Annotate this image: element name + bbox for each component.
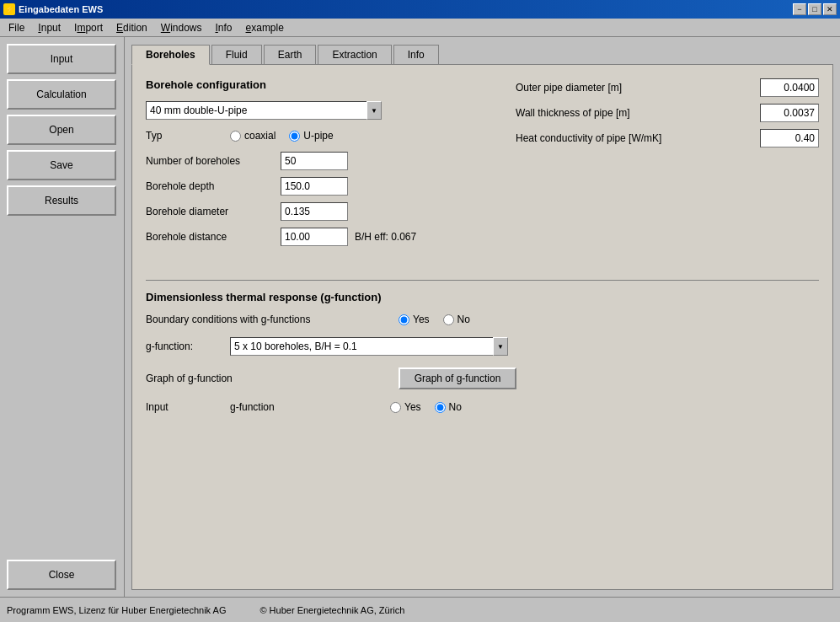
input-button[interactable]: Input bbox=[7, 44, 116, 74]
gfunc-dropdown[interactable]: 5 x 10 boreholes, B/H = 0.1 5 x 10 boreh… bbox=[230, 337, 508, 356]
tab-panel-boreholes: Borehole configuration 40 mm double-U-pi… bbox=[131, 64, 833, 590]
borehole-depth-label: Borehole depth bbox=[146, 180, 281, 192]
num-boreholes-input[interactable] bbox=[281, 152, 348, 170]
sidebar: Input Calculation Open Save Results Clos… bbox=[0, 37, 125, 597]
maximize-button[interactable]: □ bbox=[808, 3, 821, 15]
outer-pipe-diameter-input[interactable] bbox=[760, 78, 819, 97]
input-yes-text: Yes bbox=[404, 401, 421, 413]
title-buttons: − □ ✕ bbox=[793, 3, 837, 15]
menu-info[interactable]: Info bbox=[208, 20, 238, 35]
borehole-distance-input[interactable] bbox=[281, 228, 348, 246]
typ-radio-group: coaxial U-pipe bbox=[230, 130, 334, 142]
wall-thickness-label: Wall thickness of pipe [m] bbox=[516, 107, 760, 119]
input-no-label[interactable]: No bbox=[435, 401, 462, 413]
borehole-diameter-label: Borehole diameter bbox=[146, 206, 281, 217]
num-boreholes-label: Number of boreholes bbox=[146, 155, 281, 167]
gfunc-dropdown-wrapper: 5 x 10 boreholes, B/H = 0.1 5 x 10 boreh… bbox=[230, 337, 508, 356]
input-gfunc-radio-group: Yes No bbox=[390, 401, 462, 413]
borehole-diameter-input[interactable] bbox=[281, 202, 348, 221]
upipe-label: U-pipe bbox=[303, 130, 333, 142]
input-yes-radio[interactable] bbox=[390, 402, 401, 413]
calculation-button[interactable]: Calculation bbox=[7, 79, 116, 110]
boundary-yes-radio[interactable] bbox=[399, 314, 409, 325]
close-window-button[interactable]: ✕ bbox=[823, 3, 837, 15]
boundary-no-radio[interactable] bbox=[443, 314, 454, 325]
graph-gfunc-button[interactable]: Graph of g-function bbox=[399, 367, 516, 389]
menu-file[interactable]: File bbox=[2, 20, 31, 35]
status-bar: Programm EWS, Lizenz für Huber Energiete… bbox=[0, 597, 840, 622]
borehole-depth-input[interactable] bbox=[281, 177, 348, 196]
borehole-depth-row: Borehole depth bbox=[146, 177, 819, 196]
input-no-text: No bbox=[449, 401, 462, 413]
boundary-radio-group: Yes No bbox=[399, 314, 470, 325]
wall-thickness-row: Wall thickness of pipe [m] bbox=[516, 104, 819, 122]
coaxial-radio[interactable] bbox=[230, 131, 241, 142]
menu-import[interactable]: Import bbox=[67, 20, 110, 35]
gfunc-dropdown-row: g-function: 5 x 10 boreholes, B/H = 0.1 … bbox=[146, 337, 819, 356]
menu-edition[interactable]: Edition bbox=[110, 20, 154, 35]
results-button[interactable]: Results bbox=[7, 185, 116, 216]
boundary-no-text: No bbox=[457, 314, 470, 325]
tab-earth[interactable]: Earth bbox=[264, 45, 317, 65]
gfunction-header: Dimensionless thermal response (g-functi… bbox=[146, 291, 819, 303]
input-no-radio[interactable] bbox=[435, 402, 446, 413]
status-text-1: Programm EWS, Lizenz für Huber Energiete… bbox=[7, 605, 226, 615]
boundary-yes-label[interactable]: Yes bbox=[399, 314, 430, 325]
menu-input[interactable]: Input bbox=[31, 20, 67, 35]
content-area: Boreholes Fluid Earth Extraction Info Bo… bbox=[125, 37, 840, 597]
num-boreholes-row: Number of boreholes bbox=[146, 152, 819, 170]
gfunc-label2: g-function bbox=[230, 401, 390, 413]
boundary-yes-text: Yes bbox=[413, 314, 430, 325]
borehole-distance-row: Borehole distance B/H eff: 0.067 bbox=[146, 228, 819, 246]
menu-bar: File Input Import Edition Windows Info e… bbox=[0, 19, 840, 37]
app-icon: ⚡ bbox=[3, 3, 15, 15]
bh-eff-label: B/H eff: 0.067 bbox=[355, 231, 416, 243]
input-label: Input bbox=[146, 401, 230, 413]
borehole-fields: Number of boreholes Borehole depth Boreh… bbox=[146, 152, 819, 246]
graph-label: Graph of g-function bbox=[146, 373, 399, 384]
tab-boreholes[interactable]: Boreholes bbox=[131, 45, 210, 65]
borehole-diameter-row: Borehole diameter bbox=[146, 202, 819, 221]
upipe-radio-label[interactable]: U-pipe bbox=[289, 130, 333, 142]
typ-label: Typ bbox=[146, 130, 196, 142]
boundary-conditions-label: Boundary conditions with g-functions bbox=[146, 314, 399, 325]
coaxial-label: coaxial bbox=[244, 130, 276, 142]
wall-thickness-input[interactable] bbox=[760, 104, 819, 122]
save-button[interactable]: Save bbox=[7, 150, 116, 180]
menu-example[interactable]: example bbox=[239, 20, 291, 35]
heat-conductivity-row: Heat conductivity of pipe [W/mK] bbox=[516, 129, 819, 147]
boundary-conditions-row: Boundary conditions with g-functions Yes… bbox=[146, 314, 819, 325]
input-gfunc-row: Input g-function Yes No bbox=[146, 401, 819, 413]
open-button[interactable]: Open bbox=[7, 115, 116, 145]
title-bar: ⚡ Eingabedaten EWS − □ ✕ bbox=[0, 0, 840, 19]
input-yes-label[interactable]: Yes bbox=[390, 401, 421, 413]
tab-fluid[interactable]: Fluid bbox=[211, 45, 262, 65]
gfunc-label: g-function: bbox=[146, 340, 230, 352]
close-button[interactable]: Close bbox=[7, 560, 116, 590]
pipe-properties-panel: Outer pipe diameter [m] Wall thickness o… bbox=[516, 78, 819, 154]
borehole-distance-label: Borehole distance bbox=[146, 231, 281, 243]
status-text-2: © Huber Energietechnik AG, Zürich bbox=[259, 605, 404, 615]
menu-windows[interactable]: Windows bbox=[154, 20, 209, 35]
window-title: Eingabedaten EWS bbox=[19, 4, 103, 14]
title-bar-left: ⚡ Eingabedaten EWS bbox=[3, 3, 103, 15]
upipe-radio[interactable] bbox=[289, 131, 300, 142]
borehole-type-dropdown[interactable]: 40 mm double-U-pipe 32 mm double-U-pipe … bbox=[146, 101, 382, 120]
borehole-type-dropdown-wrapper: 40 mm double-U-pipe 32 mm double-U-pipe … bbox=[146, 101, 382, 120]
tab-bar: Boreholes Fluid Earth Extraction Info bbox=[131, 44, 833, 64]
separator bbox=[146, 280, 819, 281]
coaxial-radio-label[interactable]: coaxial bbox=[230, 130, 276, 142]
boundary-no-label[interactable]: No bbox=[443, 314, 470, 325]
graph-gfunc-row: Graph of g-function Graph of g-function bbox=[146, 367, 819, 389]
minimize-button[interactable]: − bbox=[793, 3, 806, 15]
tab-info[interactable]: Info bbox=[393, 45, 439, 65]
main-area: Input Calculation Open Save Results Clos… bbox=[0, 37, 840, 597]
outer-pipe-diameter-row: Outer pipe diameter [m] bbox=[516, 78, 819, 97]
tab-extraction[interactable]: Extraction bbox=[318, 45, 391, 65]
outer-pipe-diameter-label: Outer pipe diameter [m] bbox=[516, 82, 760, 94]
heat-conductivity-label: Heat conductivity of pipe [W/mK] bbox=[516, 132, 760, 144]
heat-conductivity-input[interactable] bbox=[760, 129, 819, 147]
